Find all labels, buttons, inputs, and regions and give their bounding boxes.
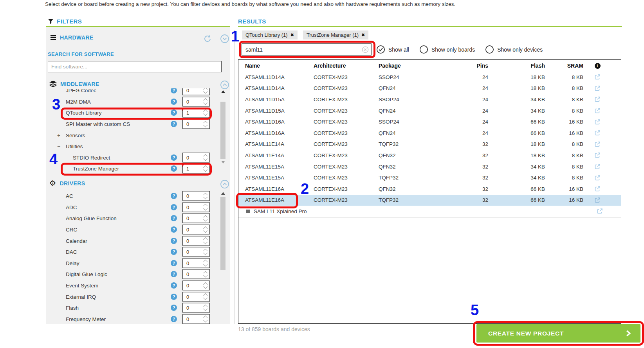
spinner-down-icon[interactable] <box>203 273 207 278</box>
middleware-collapse-chevron-up-icon[interactable] <box>220 80 229 90</box>
spinner-arrows[interactable] <box>204 305 207 310</box>
spinner-arrows[interactable] <box>204 155 207 160</box>
count-spinner[interactable]: 0 <box>182 236 210 246</box>
help-icon[interactable]: ? <box>171 204 177 210</box>
driver-item-analog-glue-function[interactable]: Analog Glue Function?0 <box>46 213 217 224</box>
spinner-down-icon[interactable] <box>203 217 207 222</box>
help-icon[interactable]: ? <box>171 226 177 233</box>
table-row[interactable]: ATSAML11E15ACORTEX-M23TQFP323234 KB8 KB <box>238 172 621 183</box>
external-link-icon[interactable] <box>594 130 601 136</box>
group-toggle-icon[interactable]: + <box>57 132 60 138</box>
spinner-arrows[interactable] <box>204 88 207 93</box>
help-icon[interactable]: ? <box>171 88 177 93</box>
external-link-icon[interactable] <box>594 96 601 102</box>
table-row[interactable]: ATSAML11E16ACORTEX-M23QFN323266 KB16 KB <box>238 183 621 195</box>
help-icon[interactable]: ? <box>171 260 177 266</box>
column-header-flash[interactable]: Flash <box>488 63 545 69</box>
middleware-scroll-up-icon[interactable] <box>221 90 225 93</box>
radio-show-only-devices[interactable]: Show only devices <box>485 45 543 54</box>
info-icon[interactable]: i <box>595 63 601 69</box>
middleware-item-spi-master-with-custom-cs[interactable]: SPI Master with custom CS?0 <box>46 118 217 130</box>
column-header-sram[interactable]: SRAM <box>545 63 583 69</box>
driver-item-crc[interactable]: CRC?0 <box>46 224 217 235</box>
spinner-down-icon[interactable] <box>203 262 207 267</box>
radio-show-only-boards[interactable]: Show only boards <box>419 45 475 54</box>
radio-show-all[interactable]: Show all <box>376 45 409 54</box>
spinner-arrows[interactable] <box>204 193 207 199</box>
count-spinner[interactable]: 0 <box>182 314 210 324</box>
filter-chip-qtouch-library-1[interactable]: QTouch Library (1)✖ <box>242 30 298 39</box>
help-icon[interactable]: ? <box>171 193 177 199</box>
external-link-icon[interactable] <box>594 119 601 125</box>
count-spinner[interactable]: 0 <box>182 97 210 106</box>
count-spinner[interactable]: 0 <box>182 281 210 291</box>
remove-filter-icon[interactable]: ✖ <box>290 32 294 38</box>
spinner-arrows[interactable] <box>204 249 207 255</box>
driver-item-delay[interactable]: Delay?0 <box>46 258 217 269</box>
device-search-input[interactable] <box>242 43 372 56</box>
middleware-scrollbar-thumb[interactable] <box>220 102 225 159</box>
count-spinner[interactable]: 0 <box>182 213 210 223</box>
spinner-down-icon[interactable] <box>203 251 207 255</box>
count-spinner[interactable]: 0 <box>182 292 210 301</box>
spinner-arrows[interactable] <box>204 271 207 277</box>
count-spinner[interactable]: 0 <box>182 88 210 95</box>
table-row[interactable]: ATSAML11D14ACORTEX-M23QFN242418 KB8 KB <box>238 83 621 94</box>
radio-unchecked-icon[interactable] <box>419 45 428 54</box>
hardware-collapse-chevron-down-icon[interactable] <box>220 34 229 43</box>
spinner-down-icon[interactable] <box>203 307 207 311</box>
count-spinner[interactable]: 0 <box>182 258 210 268</box>
middleware-scroll-down-icon[interactable] <box>221 161 225 163</box>
count-spinner[interactable]: 0 <box>182 225 210 235</box>
column-header-architecture[interactable]: Architecture <box>314 63 379 69</box>
spinner-down-icon[interactable] <box>203 229 207 233</box>
spinner-arrows[interactable] <box>204 238 207 244</box>
count-spinner[interactable]: 0 <box>182 247 210 257</box>
spinner-arrows[interactable] <box>204 110 207 115</box>
spinner-arrows[interactable] <box>204 260 207 266</box>
spinner-arrows[interactable] <box>204 215 207 221</box>
table-row[interactable]: ATSAML11D15ACORTEX-M23SSOP242434 KB8 KB <box>238 94 621 105</box>
drivers-collapse-chevron-up-icon[interactable] <box>220 179 229 189</box>
table-row[interactable]: ATSAML11E16ACORTEX-M23TQFP323266 KB16 KB <box>238 195 621 206</box>
driver-item-flash[interactable]: Flash?0 <box>46 302 217 314</box>
middleware-item-utilities[interactable]: −Utilities <box>46 141 217 152</box>
spinner-arrows[interactable] <box>204 316 207 322</box>
count-spinner[interactable]: 0 <box>182 269 210 279</box>
external-link-icon[interactable] <box>597 208 603 214</box>
external-link-icon[interactable] <box>594 175 601 181</box>
external-link-icon[interactable] <box>594 186 601 192</box>
spinner-down-icon[interactable] <box>203 240 207 244</box>
create-new-project-button[interactable]: CREATE NEW PROJECT <box>476 324 640 343</box>
help-icon[interactable]: ? <box>171 294 177 300</box>
help-icon[interactable]: ? <box>171 109 177 116</box>
driver-item-adc[interactable]: ADC?0 <box>46 202 217 213</box>
spinner-down-icon[interactable] <box>203 112 207 116</box>
help-icon[interactable]: ? <box>171 215 177 221</box>
count-spinner[interactable]: 0 <box>182 202 210 212</box>
spinner-arrows[interactable] <box>204 204 207 210</box>
filter-chip-trustzone-manager-1[interactable]: TrustZone Manager (1)✖ <box>303 30 368 39</box>
find-software-input[interactable] <box>48 61 222 72</box>
count-spinner[interactable]: 0 <box>182 191 210 201</box>
clear-search-icon[interactable] <box>362 46 369 53</box>
column-header-pins[interactable]: Pins <box>437 63 488 69</box>
spinner-arrows[interactable] <box>204 166 207 171</box>
spinner-down-icon[interactable] <box>203 90 207 94</box>
middleware-item-sensors[interactable]: +Sensors <box>46 129 217 141</box>
spinner-down-icon[interactable] <box>203 123 207 127</box>
board-row[interactable]: SAM L11 Xplained Pro <box>238 206 621 217</box>
count-spinner[interactable]: 0 <box>182 152 210 162</box>
spinner-down-icon[interactable] <box>203 318 207 323</box>
count-spinner[interactable]: 1 <box>182 108 210 118</box>
spinner-arrows[interactable] <box>204 99 207 104</box>
external-link-icon[interactable] <box>594 141 601 147</box>
external-link-icon[interactable] <box>594 152 601 158</box>
middleware-item-qtouch-library[interactable]: QTouch Library?1 <box>46 107 217 118</box>
help-icon[interactable]: ? <box>171 249 177 255</box>
remove-filter-icon[interactable]: ✖ <box>361 32 365 38</box>
middleware-item-m2m-dma[interactable]: M2M DMA?0 <box>46 96 217 108</box>
help-icon[interactable]: ? <box>171 282 177 289</box>
help-icon[interactable]: ? <box>171 238 177 244</box>
count-spinner[interactable]: 0 <box>182 303 210 313</box>
